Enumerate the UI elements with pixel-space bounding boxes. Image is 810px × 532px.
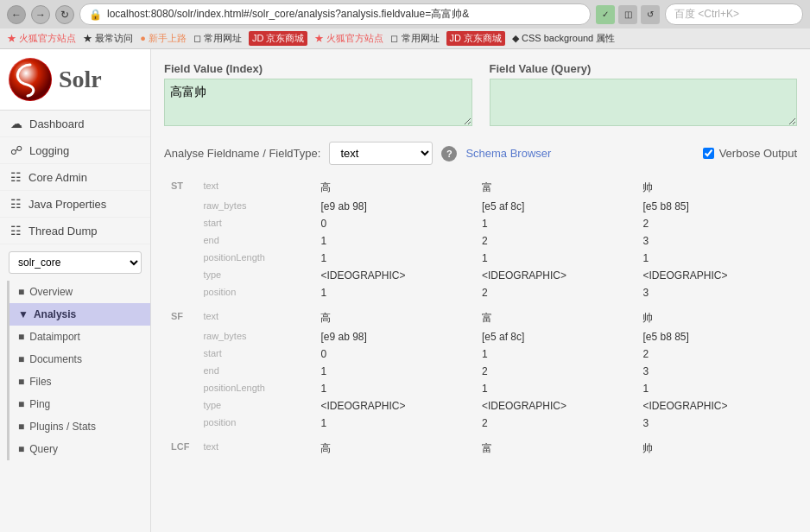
shield-icon[interactable]: ✓ [596, 5, 615, 24]
core-submenu-label: Dataimport [29, 331, 80, 343]
token-cell: [e9 ab 98] [313, 198, 475, 215]
sidebar-item-label: Logging [29, 144, 69, 157]
reload-icon[interactable]: ↺ [641, 5, 660, 24]
token-cell: [e9 ab 98] [313, 328, 475, 345]
token-cell: <IDEOGRAPHIC> [475, 397, 636, 415]
token-cell: 1 [636, 380, 797, 397]
back-button[interactable]: ← [7, 5, 26, 24]
sidebar-item-dashboard[interactable]: ☁ Dashboard [0, 111, 150, 137]
solr-logo: Solr [9, 58, 102, 101]
refresh-button[interactable]: ↻ [55, 5, 74, 24]
field-key: raw_bytes [196, 198, 313, 215]
bookmark-item[interactable]: ★ 火狐官方站点 [7, 32, 76, 45]
analyse-label: Analyse Fieldname / FieldType: [164, 147, 320, 160]
table-row: ST text 高 富 帅 [164, 178, 797, 198]
token-cell: [e5 af 8c] [475, 328, 636, 345]
core-submenu-analysis[interactable]: ▼ Analysis [9, 303, 150, 326]
table-spacer [164, 432, 797, 439]
thread-dump-icon: ☷ [10, 224, 22, 238]
browser-search-bar[interactable]: 百度 <Ctrl+K> [665, 3, 803, 25]
bookmark-item[interactable]: JD 京东商城 [249, 31, 308, 46]
help-icon[interactable]: ? [441, 146, 457, 162]
token-cell: 帅 [636, 439, 797, 459]
logo-area: Solr [0, 49, 150, 111]
bookmark-item[interactable]: ● 新手上路 [140, 32, 187, 45]
schema-browser-link[interactable]: Schema Browser [465, 147, 551, 160]
token-cell: <IDEOGRAPHIC> [636, 397, 797, 415]
core-submenu-ping[interactable]: ■ Ping [9, 393, 150, 415]
field-key: text [196, 178, 313, 198]
token-cell: 3 [636, 363, 797, 380]
core-submenu-label: Overview [29, 286, 73, 298]
bookmark-item[interactable]: JD 京东商城 [446, 31, 506, 46]
fieldtype-select[interactable]: text [329, 142, 433, 165]
token-cell: 3 [636, 284, 797, 301]
url-bar[interactable]: 🔒 localhost:8080/solr/index.html#/solr_c… [79, 3, 591, 25]
core-select-dropdown[interactable]: solr_core [9, 251, 142, 274]
core-submenu-label: Ping [29, 398, 50, 410]
sidebar-item-label: Core Admin [28, 171, 87, 184]
table-row: raw_bytes [e9 ab 98] [e5 af 8c] [e5 b8 8… [164, 198, 797, 215]
field-key: start [196, 215, 313, 232]
field-key: position [196, 284, 313, 301]
token-cell: 0 [313, 345, 475, 363]
bookmark-item[interactable]: ◻ 常用网址 [390, 32, 439, 45]
bookmark-item[interactable]: ★ 最常访问 [83, 32, 133, 45]
dataimport-icon: ■ [18, 331, 24, 343]
forward-button[interactable]: → [31, 5, 50, 24]
sidebar-item-java-properties[interactable]: ☷ Java Properties [0, 191, 150, 218]
verbose-checkbox[interactable] [703, 148, 714, 159]
bookmark-item[interactable]: ◆ CSS background 属性 [512, 32, 615, 45]
core-submenu-plugins[interactable]: ■ Plugins / Stats [9, 415, 150, 438]
field-key: end [196, 232, 313, 250]
solr-logo-svg [9, 58, 52, 101]
field-key: end [196, 363, 313, 380]
token-cell: 3 [636, 232, 797, 250]
token-cell: 1 [313, 284, 475, 301]
field-value-query-label: Field Value (Query) [490, 62, 798, 75]
core-admin-icon: ☷ [10, 170, 22, 184]
token-cell: 帅 [636, 308, 797, 328]
token-cell: 2 [636, 215, 797, 232]
sidebar-item-logging[interactable]: ☍ Logging [0, 137, 150, 164]
core-submenu-query[interactable]: ■ Query [9, 438, 150, 460]
bookmark-item[interactable]: ◻ 常用网址 [193, 32, 242, 45]
core-submenu-overview[interactable]: ■ Overview [9, 281, 150, 303]
field-key: positionLength [196, 250, 313, 267]
sidebar-item-label: Java Properties [28, 198, 106, 211]
core-submenu-documents[interactable]: ■ Documents [9, 348, 150, 370]
verbose-row: Verbose Output [703, 147, 797, 160]
token-cell: [e5 b8 85] [636, 328, 797, 345]
field-value-index-input[interactable]: 高富帅 [164, 79, 472, 126]
token-cell: 高 [313, 308, 475, 328]
token-cell: 1 [475, 215, 636, 232]
field-key: text [196, 439, 313, 459]
field-value-query-input[interactable] [490, 79, 798, 126]
token-cell: [e5 af 8c] [475, 198, 636, 215]
token-cell: <IDEOGRAPHIC> [636, 267, 797, 284]
token-cell: 1 [475, 345, 636, 363]
bookmark-item[interactable]: ★ 火狐官方站点 [314, 32, 383, 45]
core-submenu-label: Query [29, 443, 58, 455]
bookmarks-bar: ★ 火狐官方站点 ★ 最常访问 ● 新手上路 ◻ 常用网址 JD 京东商城 ★ … [0, 28, 810, 48]
url-text: localhost:8080/solr/index.html#/solr_cor… [107, 7, 469, 22]
core-submenu-label: Plugins / Stats [29, 421, 96, 433]
core-selector: solr_core [9, 251, 142, 274]
table-row: position 1 2 3 [164, 415, 797, 432]
sidebar-item-thread-dump[interactable]: ☷ Thread Dump [0, 218, 150, 244]
token-cell: 富 [475, 178, 636, 198]
stage-sf: SF [164, 308, 196, 432]
sidebar-item-core-admin[interactable]: ☷ Core Admin [0, 164, 150, 191]
token-cell: 2 [475, 363, 636, 380]
grid-icon[interactable]: ◫ [618, 5, 637, 24]
table-row: positionLength 1 1 1 [164, 250, 797, 267]
verbose-label: Verbose Output [719, 147, 797, 160]
field-key: type [196, 267, 313, 284]
field-key: text [196, 308, 313, 328]
files-icon: ■ [18, 376, 24, 388]
plugins-icon: ■ [18, 421, 24, 433]
core-submenu-files[interactable]: ■ Files [9, 370, 150, 393]
token-cell: 1 [313, 232, 475, 250]
core-submenu-dataimport[interactable]: ■ Dataimport [9, 326, 150, 348]
token-cell: 1 [313, 363, 475, 380]
